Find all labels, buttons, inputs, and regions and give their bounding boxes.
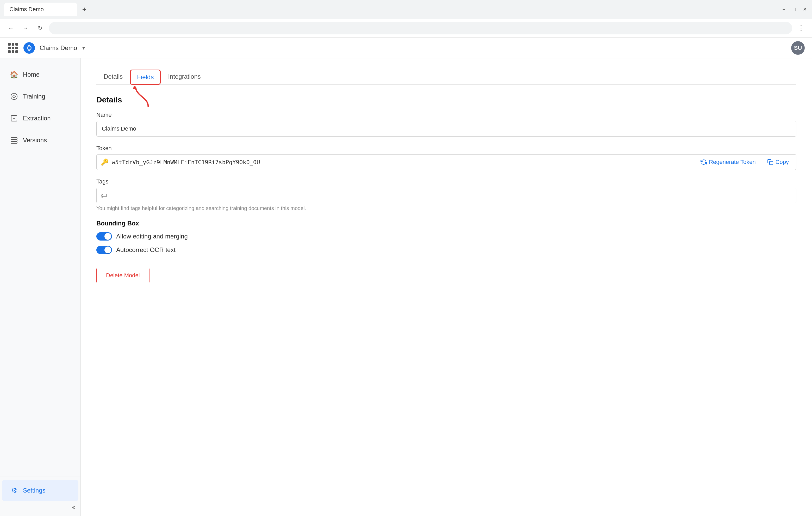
sidebar-settings-label: Settings	[23, 487, 46, 494]
close-button[interactable]: ✕	[802, 6, 808, 12]
toggle-knob	[105, 233, 111, 240]
sidebar-item-versions-label: Versions	[23, 137, 47, 144]
window-controls: − □ ✕	[781, 6, 808, 12]
svg-point-3	[13, 95, 16, 98]
svg-marker-8	[133, 86, 137, 89]
svg-point-1	[28, 46, 31, 50]
token-actions: Regenerate Token Copy	[697, 157, 792, 168]
allow-editing-toggle-row: Allow editing and merging	[96, 232, 796, 241]
browser-window: Claims Demo + − □ ✕ ← → ↻ ⋮	[0, 0, 812, 516]
sidebar-item-extraction-label: Extraction	[23, 115, 51, 122]
token-label: Token	[96, 145, 796, 152]
section-title: Details	[96, 96, 796, 104]
tags-input[interactable]: 🏷	[96, 188, 796, 203]
sidebar-item-training[interactable]: Training	[2, 86, 78, 107]
browser-toolbar: ← → ↻ ⋮	[0, 19, 812, 37]
copy-icon	[767, 159, 774, 165]
sidebar-item-home-label: Home	[23, 71, 39, 78]
bounding-box-title: Bounding Box	[96, 220, 796, 227]
tags-hint: You might find tags helpful for categori…	[96, 206, 796, 211]
back-button[interactable]: ←	[5, 22, 17, 34]
tag-icon: 🏷	[101, 192, 107, 199]
user-avatar[interactable]: SU	[791, 41, 805, 55]
svg-rect-9	[770, 161, 773, 165]
sidebar-item-training-label: Training	[23, 93, 45, 100]
name-field-group: Name	[96, 112, 796, 137]
app-name-dropdown-icon[interactable]: ▾	[82, 45, 85, 51]
autocorrect-toggle[interactable]	[96, 246, 112, 254]
token-key-icon: 🔑	[101, 159, 109, 166]
home-icon: 🏠	[9, 70, 19, 79]
tab-label: Claims Demo	[9, 6, 44, 13]
address-bar[interactable]	[49, 22, 792, 34]
regenerate-token-label: Regenerate Token	[709, 159, 755, 165]
token-row: 🔑 w5tTdrVb_yGJz9LMnWMLFiFnTC19Ri7sbPgY9O…	[96, 154, 796, 170]
sidebar-item-settings[interactable]: ⚙ Settings	[2, 480, 78, 501]
tab-bar: Claims Demo + − □ ✕	[0, 0, 812, 19]
new-tab-button[interactable]: +	[78, 3, 91, 16]
grid-icon	[8, 43, 18, 53]
allow-editing-toggle[interactable]	[96, 232, 112, 241]
sidebar-collapse-button[interactable]: «	[0, 501, 81, 513]
app-layout: 🏠 Home Training	[0, 58, 812, 516]
sidebar-bottom: ⚙ Settings «	[0, 476, 81, 516]
svg-point-2	[11, 93, 17, 100]
refresh-button[interactable]: ↻	[34, 22, 46, 34]
browser-menu-button[interactable]: ⋮	[795, 22, 807, 34]
regenerate-token-button[interactable]: Regenerate Token	[697, 157, 759, 168]
tags-field-group: Tags 🏷 You might find tags helpful for c…	[96, 178, 796, 211]
sidebar: 🏠 Home Training	[0, 58, 81, 516]
tab-integrations[interactable]: Integrations	[161, 69, 208, 85]
training-icon	[9, 92, 19, 101]
app-logo	[23, 42, 35, 54]
maximize-button[interactable]: □	[791, 6, 798, 12]
autocorrect-label: Autocorrect OCR text	[116, 246, 176, 253]
browser-tab[interactable]: Claims Demo	[4, 3, 77, 16]
settings-icon: ⚙	[9, 486, 19, 495]
app-topbar: Claims Demo ▾ SU	[0, 37, 812, 58]
tab-fields-container: Fields	[130, 69, 161, 85]
svg-rect-6	[11, 140, 17, 141]
copy-label: Copy	[776, 159, 789, 165]
svg-rect-5	[11, 138, 17, 139]
app-grid-button[interactable]	[7, 42, 19, 54]
delete-model-label: Delete Model	[106, 272, 140, 279]
svg-rect-7	[11, 142, 17, 143]
app-name: Claims Demo	[39, 44, 77, 52]
forward-button[interactable]: →	[20, 22, 31, 34]
name-input[interactable]	[96, 121, 796, 137]
tab-details[interactable]: Details	[96, 69, 130, 85]
regenerate-icon	[700, 159, 707, 165]
collapse-icon: «	[72, 504, 75, 511]
delete-model-button[interactable]: Delete Model	[96, 268, 149, 283]
tags-label: Tags	[96, 178, 796, 185]
autocorrect-knob	[105, 247, 111, 253]
tab-nav: Details Fields Integrati	[96, 69, 796, 85]
sidebar-item-home[interactable]: 🏠 Home	[2, 64, 78, 85]
name-label: Name	[96, 112, 796, 118]
minimize-button[interactable]: −	[781, 6, 787, 12]
autocorrect-toggle-row: Autocorrect OCR text	[96, 246, 796, 254]
bounding-box-section: Bounding Box Allow editing and merging A…	[96, 220, 796, 254]
tab-fields[interactable]: Fields	[130, 70, 161, 85]
name-input-field[interactable]	[102, 125, 791, 132]
sidebar-item-extraction[interactable]: Extraction	[2, 108, 78, 129]
main-content: Details Fields Integrati	[81, 58, 812, 516]
sidebar-item-versions[interactable]: Versions	[2, 130, 78, 151]
versions-icon	[9, 136, 19, 145]
copy-token-button[interactable]: Copy	[764, 157, 792, 168]
allow-editing-label: Allow editing and merging	[116, 233, 188, 240]
extraction-icon	[9, 114, 19, 123]
token-value: w5tTdrVb_yGJz9LMnWMLFiFnTC19Ri7sbPgY9Ok0…	[112, 159, 697, 165]
token-field-group: Token 🔑 w5tTdrVb_yGJz9LMnWMLFiFnTC19Ri7s…	[96, 145, 796, 170]
